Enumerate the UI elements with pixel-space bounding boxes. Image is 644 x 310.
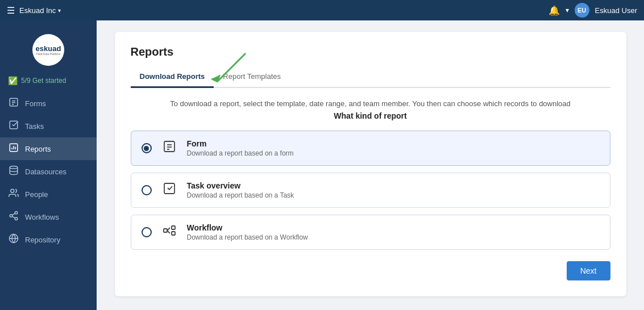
page-title: Reports — [131, 45, 610, 58]
org-name[interactable]: Eskuad Inc ▾ — [19, 6, 61, 15]
sidebar-item-label: Datasources — [25, 167, 67, 176]
svg-point-9 — [10, 166, 18, 169]
option-task-desc: Download a report based on a Task — [187, 191, 294, 199]
sidebar-item-tasks[interactable]: Tasks — [0, 115, 97, 137]
sidebar-item-label: People — [25, 190, 48, 199]
get-started[interactable]: ✅ 5/9 Get started — [0, 73, 97, 92]
chevron-down-icon: ▾ — [58, 7, 61, 14]
repository-icon — [8, 233, 19, 246]
instructions: To download a report, select the templat… — [131, 99, 610, 108]
task-icon — [161, 182, 178, 199]
option-workflow-text: Workflow Download a report based on a Wo… — [187, 223, 308, 241]
datasources-icon — [8, 165, 19, 178]
radio-form[interactable] — [142, 143, 152, 153]
svg-rect-23 — [164, 183, 174, 194]
svg-rect-25 — [172, 226, 175, 229]
svg-rect-26 — [172, 232, 175, 235]
svg-line-15 — [12, 213, 15, 215]
logo-text: eskuad — [36, 45, 61, 52]
svg-rect-4 — [10, 121, 18, 129]
content: Reports Download Reports Report Template… — [97, 20, 644, 310]
radio-workflow[interactable] — [142, 227, 152, 237]
reports-card: Reports Download Reports Report Template… — [115, 32, 626, 296]
sidebar-item-people[interactable]: People — [0, 183, 97, 206]
sidebar-item-label: Reports — [25, 145, 51, 153]
logo-subtext: Field Data Platform — [36, 52, 61, 56]
svg-point-10 — [11, 189, 14, 192]
workflow-icon — [161, 224, 178, 241]
option-task[interactable]: Task overview Download a report based on… — [131, 173, 610, 208]
svg-point-11 — [15, 212, 18, 215]
sidebar-item-forms[interactable]: Forms — [0, 92, 97, 115]
sidebar-item-workflows[interactable]: Workflows — [0, 206, 97, 228]
option-form-desc: Download a report based on a form — [187, 149, 294, 157]
get-started-label: 5/9 Get started — [21, 77, 66, 85]
kind-label: What kind of report — [131, 111, 610, 120]
option-task-title: Task overview — [187, 181, 294, 190]
check-icon: ✅ — [8, 76, 18, 85]
sidebar-item-reports[interactable]: Reports — [0, 137, 97, 160]
sidebar-item-label: Forms — [25, 99, 46, 108]
option-task-text: Task overview Download a report based on… — [187, 181, 294, 199]
svg-rect-24 — [164, 229, 167, 232]
username: Eskuad User — [595, 6, 637, 15]
bell-icon[interactable]: 🔔 — [549, 5, 560, 16]
tab-report-templates[interactable]: Report Templates — [214, 68, 290, 88]
svg-point-13 — [15, 217, 18, 220]
svg-point-12 — [10, 215, 13, 217]
logo: eskuad Field Data Platform — [32, 34, 64, 66]
option-workflow-title: Workflow — [187, 223, 308, 232]
option-form[interactable]: Form Download a report based on a form — [131, 131, 610, 166]
sidebar-item-repository[interactable]: Repository — [0, 228, 97, 251]
sidebar-item-datasources[interactable]: Datasources — [0, 160, 97, 183]
workflows-icon — [8, 211, 19, 223]
sidebar-item-label: Repository — [25, 236, 60, 244]
navbar-left: ☰ Eskuad Inc ▾ — [7, 5, 61, 16]
svg-rect-19 — [164, 141, 174, 152]
people-icon — [8, 188, 19, 200]
menu-icon[interactable]: ☰ — [7, 5, 15, 16]
option-form-text: Form Download a report based on a form — [187, 139, 294, 157]
sidebar-nav: Forms Tasks Reports Datasources — [0, 92, 97, 251]
sidebar-logo: eskuad Field Data Platform — [0, 25, 97, 73]
user-chevron-icon[interactable]: ▾ — [566, 6, 569, 14]
form-icon — [161, 140, 178, 157]
navbar: ☰ Eskuad Inc ▾ 🔔 ▾ EU Eskuad User — [0, 0, 644, 20]
tasks-icon — [8, 120, 19, 132]
option-form-title: Form — [187, 139, 294, 148]
sidebar-item-label: Workflows — [25, 213, 59, 221]
navbar-right: 🔔 ▾ EU Eskuad User — [549, 3, 637, 18]
svg-line-14 — [12, 216, 15, 218]
option-workflow[interactable]: Workflow Download a report based on a Wo… — [131, 215, 610, 250]
sidebar: eskuad Field Data Platform ✅ 5/9 Get sta… — [0, 20, 97, 310]
option-workflow-desc: Download a report based on a Workflow — [187, 233, 308, 241]
reports-icon — [8, 143, 19, 155]
forms-icon — [8, 97, 19, 110]
radio-task[interactable] — [142, 185, 152, 195]
next-button[interactable]: Next — [567, 261, 610, 280]
tab-download-reports[interactable]: Download Reports — [131, 68, 214, 88]
footer: Next — [131, 261, 610, 280]
sidebar-item-label: Tasks — [25, 122, 44, 131]
avatar[interactable]: EU — [575, 3, 589, 18]
tabs: Download Reports Report Templates — [131, 68, 610, 88]
main-layout: eskuad Field Data Platform ✅ 5/9 Get sta… — [0, 20, 644, 310]
